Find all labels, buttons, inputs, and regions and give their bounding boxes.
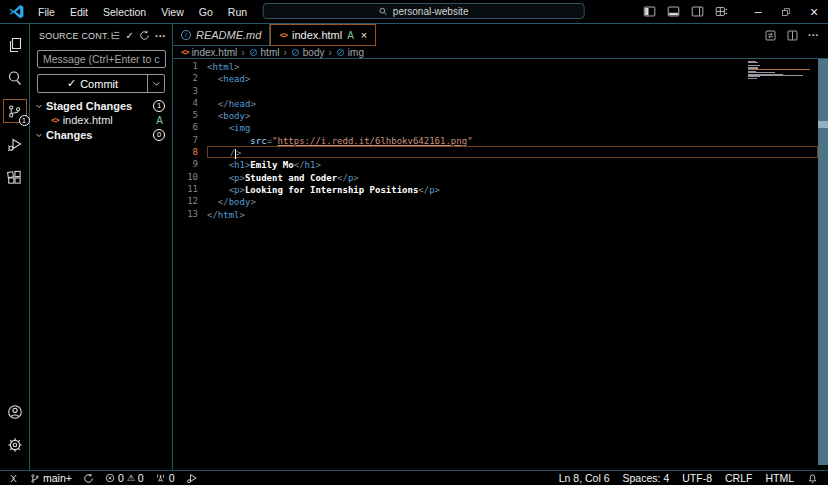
breadcrumb-index-html[interactable]: <>index.html — [181, 47, 237, 58]
line-number[interactable]: 3 — [173, 85, 207, 97]
toggle-panel-icon[interactable] — [667, 5, 680, 18]
gear-icon — [7, 437, 23, 453]
code-line-6[interactable]: 6 <img — [173, 121, 818, 133]
refresh-icon[interactable] — [139, 30, 150, 41]
sync-button[interactable] — [83, 473, 94, 484]
git-status-added: A — [156, 115, 163, 126]
commit-check-icon[interactable]: ✓ — [126, 30, 134, 41]
chevron-down-icon — [35, 102, 43, 110]
tab-index-html[interactable]: <> index.html A × — [270, 24, 376, 46]
breadcrumb-html[interactable]: html — [249, 47, 280, 58]
debug-indicator[interactable] — [186, 472, 198, 484]
menu-run[interactable]: Run — [228, 6, 247, 18]
restore-button[interactable] — [772, 0, 800, 23]
changes-section[interactable]: Changes 0 — [30, 127, 172, 142]
menu-go[interactable]: Go — [199, 6, 213, 18]
line-number[interactable]: 4 — [173, 97, 207, 109]
commit-message-input[interactable] — [37, 50, 166, 68]
git-branch-indicator[interactable]: main+ — [30, 472, 72, 484]
activity-extensions[interactable] — [3, 165, 27, 189]
code-line-13[interactable]: 13</html> — [173, 208, 818, 220]
toggle-secondary-sidebar-icon[interactable] — [691, 5, 704, 18]
breadcrumb-bar: <>index.html›html›body›img — [173, 46, 828, 59]
code-line-12[interactable]: 12 </body> — [173, 195, 818, 207]
close-tab-icon[interactable]: × — [361, 29, 367, 41]
breadcrumb-img[interactable]: img — [336, 47, 364, 58]
activity-explorer[interactable] — [3, 33, 27, 57]
line-number[interactable]: 6 — [173, 121, 207, 133]
scrollbar[interactable] — [818, 59, 828, 465]
commit-button[interactable]: ✓ Commit — [37, 74, 165, 93]
staged-file-row[interactable]: <> index.html A — [30, 113, 172, 127]
encoding-indicator[interactable]: UTF-8 — [682, 472, 712, 484]
minimize-button[interactable]: – — [744, 0, 772, 23]
notifications-bell[interactable] — [807, 473, 818, 484]
code-line-4[interactable]: 4 </head> — [173, 97, 818, 109]
code-line-1[interactable]: 1<html> — [173, 60, 818, 72]
line-col-indicator[interactable]: Ln 8, Col 6 — [559, 472, 610, 484]
line-number[interactable]: 8 — [173, 146, 207, 158]
scrollbar-slider[interactable] — [818, 121, 828, 128]
tab-readme[interactable]: i README.md — [173, 24, 270, 46]
breadcrumb-separator: › — [283, 47, 286, 58]
activity-settings[interactable] — [3, 433, 27, 457]
code-line-7[interactable]: 7 src="https://i.redd.it/6lhbokv642161.p… — [173, 134, 818, 146]
close-button[interactable]: × — [800, 0, 828, 23]
toggle-sidebar-icon[interactable] — [643, 5, 656, 18]
code-line-8[interactable]: 8 /> — [173, 146, 818, 158]
view-as-tree-icon[interactable] — [110, 30, 121, 41]
activity-source-control[interactable]: 1 — [3, 99, 27, 123]
open-changes-icon[interactable] — [764, 29, 777, 42]
breadcrumb-label: body — [303, 47, 325, 58]
menu-selection[interactable]: Selection — [103, 6, 146, 18]
editor-more-icon[interactable]: ··· — [808, 29, 819, 41]
breadcrumb-label: index.html — [192, 47, 238, 58]
line-number[interactable]: 2 — [173, 72, 207, 84]
remote-icon — [8, 473, 19, 484]
radio-tower-icon — [155, 473, 166, 484]
activity-run-debug[interactable] — [3, 132, 27, 156]
file-name: index.html — [63, 114, 113, 126]
line-number[interactable]: 11 — [173, 183, 207, 195]
commit-dropdown-button[interactable] — [148, 79, 164, 88]
split-editor-icon[interactable] — [786, 29, 799, 42]
minimap[interactable] — [748, 61, 814, 79]
vscode-window: FileEditSelectionViewGoRun··· ← → person… — [0, 0, 828, 485]
code-line-11[interactable]: 11 <p>Looking for Internship Positions</… — [173, 183, 818, 195]
language-indicator[interactable]: HTML — [765, 472, 794, 484]
line-number[interactable]: 12 — [173, 195, 207, 207]
symbol-icon — [336, 48, 345, 57]
line-number[interactable]: 5 — [173, 109, 207, 121]
staged-changes-section[interactable]: Staged Changes 1 — [30, 98, 172, 113]
search-value: personal-website — [393, 6, 469, 17]
line-number[interactable]: 9 — [173, 158, 207, 170]
breadcrumb-body[interactable]: body — [291, 47, 325, 58]
line-number[interactable]: 1 — [173, 60, 207, 72]
code-line-10[interactable]: 10 <p>Student and Coder</p> — [173, 171, 818, 183]
activity-search[interactable] — [3, 66, 27, 90]
eol-indicator[interactable]: CRLF — [725, 472, 752, 484]
code-line-5[interactable]: 5 <body> — [173, 109, 818, 121]
vscode-logo-icon — [9, 4, 25, 20]
menu-view[interactable]: View — [161, 6, 184, 18]
code-editor[interactable]: 1<html>2 <head>34 </head>5 <body>6 <img7… — [173, 59, 828, 470]
menu-edit[interactable]: Edit — [70, 6, 88, 18]
command-center-search[interactable]: personal-website — [263, 3, 585, 19]
ports-indicator[interactable]: 0 — [155, 472, 175, 484]
remote-indicator[interactable] — [8, 473, 19, 484]
line-number[interactable]: 13 — [173, 208, 207, 220]
problems-indicator[interactable]: 0 ⚠ 0 — [105, 472, 144, 484]
customize-layout-icon[interactable] — [715, 5, 728, 18]
indentation-indicator[interactable]: Spaces: 4 — [623, 472, 670, 484]
line-number[interactable]: 10 — [173, 171, 207, 183]
code-line-9[interactable]: 9 <h1>Emily Mo</h1> — [173, 158, 818, 170]
code-line-2[interactable]: 2 <head> — [173, 72, 818, 84]
html-file-icon: <> — [51, 116, 59, 125]
sidebar-title: SOURCE CONT... — [39, 31, 110, 41]
changes-count-badge: 0 — [153, 129, 165, 141]
more-actions-icon[interactable]: ··· — [155, 30, 166, 42]
activity-account[interactable] — [3, 400, 27, 424]
code-line-3[interactable]: 3 — [173, 85, 818, 97]
line-number[interactable]: 7 — [173, 134, 207, 146]
menu-file[interactable]: File — [38, 6, 55, 18]
